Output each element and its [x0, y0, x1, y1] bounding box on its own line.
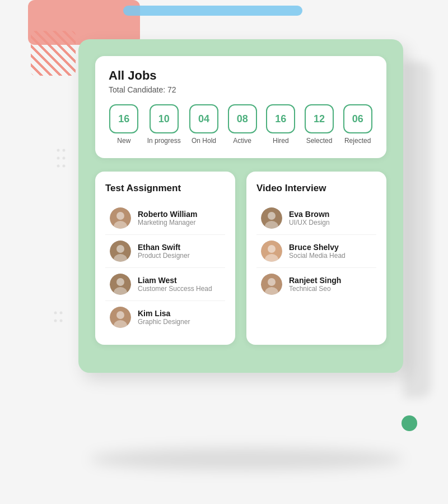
stat-badge-new: 16 [109, 104, 138, 133]
candidate-name-ethan: Ethan Swift [138, 243, 190, 252]
svg-point-9 [60, 320, 63, 322]
svg-point-20 [116, 311, 124, 319]
candidate-info-ranjeet: Ranjeet SinghTechnical Seo [289, 276, 341, 293]
stat-label-selected: Selected [306, 137, 333, 145]
bottom-row: Test Assignment Roberto WilliamMarketing… [95, 172, 386, 345]
shadow-right [403, 62, 431, 398]
avatar-ranjeet [261, 274, 282, 295]
svg-point-14 [116, 245, 124, 253]
candidate-item-liam[interactable]: Liam WestCustomer Success Head [105, 268, 225, 301]
avatar-bruce [261, 241, 282, 262]
avatar-ethan [110, 241, 131, 262]
stat-label-on-hold: On Hold [192, 137, 216, 145]
svg-point-23 [268, 212, 276, 220]
candidate-info-ethan: Ethan SwiftProduct Designer [138, 243, 190, 260]
candidate-role-bruce: Social Media Head [289, 252, 346, 260]
candidate-name-eva: Eva Brown [289, 210, 330, 219]
green-dot-deco [402, 415, 417, 431]
svg-point-8 [54, 320, 57, 322]
dots-deco-1 [56, 146, 66, 182]
candidate-name-bruce: Bruce Shelvy [289, 243, 346, 252]
stat-item-new[interactable]: 16New [109, 104, 139, 145]
candidate-info-eva: Eva BrownUI/UX Design [289, 210, 330, 226]
stat-badge-rejected: 06 [343, 104, 372, 133]
svg-point-5 [63, 165, 66, 168]
candidate-name-roberto: Roberto William [138, 210, 197, 219]
stat-item-rejected[interactable]: 06Rejected [342, 104, 373, 145]
candidate-name-liam: Liam West [138, 276, 212, 285]
deco-stripes [31, 31, 76, 76]
candidate-name-kim: Kim Lisa [138, 309, 190, 318]
svg-point-17 [116, 278, 124, 286]
stat-badge-selected: 12 [305, 104, 334, 133]
avatar-roberto [110, 207, 131, 229]
stat-label-in-progress: In progress [147, 137, 181, 145]
video-interview-panel: Video Interview Eva BrownUI/UX Design Br… [246, 172, 386, 345]
candidate-item-ranjeet[interactable]: Ranjeet SinghTechnical Seo [256, 268, 376, 300]
stat-label-new: New [117, 137, 130, 145]
svg-point-7 [60, 312, 63, 315]
test-assignment-title: Test Assignment [105, 183, 225, 194]
stat-badge-in-progress: 10 [150, 104, 179, 133]
candidate-role-ranjeet: Technical Seo [289, 285, 341, 293]
svg-point-11 [116, 212, 124, 220]
candidate-item-kim[interactable]: Kim LisaGraphic Designer [105, 301, 225, 334]
stat-item-on-hold[interactable]: 04On Hold [189, 104, 220, 145]
avatar-kim [110, 307, 131, 328]
candidate-name-ranjeet: Ranjeet Singh [289, 276, 341, 285]
all-jobs-card: All Jobs Total Candidate: 72 16New10In p… [95, 56, 386, 158]
stat-label-active: Active [233, 137, 251, 145]
candidate-info-liam: Liam WestCustomer Success Head [138, 276, 212, 293]
stat-item-active[interactable]: 08Active [227, 104, 258, 145]
avatar-eva [261, 207, 282, 229]
stat-label-rejected: Rejected [344, 137, 371, 145]
stat-badge-active: 08 [228, 104, 257, 133]
svg-point-4 [57, 165, 60, 168]
video-interview-title: Video Interview [256, 183, 376, 194]
candidate-item-eva[interactable]: Eva BrownUI/UX Design [256, 202, 376, 235]
svg-point-3 [63, 157, 66, 160]
svg-point-2 [57, 157, 60, 160]
candidate-item-ethan[interactable]: Ethan SwiftProduct Designer [105, 235, 225, 268]
avatar-liam [110, 274, 131, 295]
stat-badge-on-hold: 04 [189, 104, 218, 133]
svg-point-26 [268, 245, 276, 253]
stat-item-selected[interactable]: 12Selected [304, 104, 335, 145]
svg-point-6 [54, 312, 57, 315]
svg-point-0 [57, 149, 60, 152]
main-card: All Jobs Total Candidate: 72 16New10In p… [78, 39, 403, 373]
candidate-info-roberto: Roberto WilliamMarketing Manager [138, 210, 197, 226]
candidate-role-roberto: Marketing Manager [138, 219, 197, 226]
stat-badge-hired: 16 [266, 104, 295, 133]
candidate-item-bruce[interactable]: Bruce ShelvySocial Media Head [256, 235, 376, 268]
candidate-role-eva: UI/UX Design [289, 219, 330, 226]
stat-label-hired: Hired [273, 137, 289, 145]
candidate-info-kim: Kim LisaGraphic Designer [138, 309, 190, 326]
stats-row: 16New10In progress04On Hold08Active16Hir… [109, 104, 373, 145]
candidate-role-ethan: Product Designer [138, 252, 190, 260]
stat-item-in-progress[interactable]: 10In progress [147, 104, 181, 145]
candidate-item-roberto[interactable]: Roberto WilliamMarketing Manager [105, 202, 225, 235]
candidate-info-bruce: Bruce ShelvySocial Media Head [289, 243, 346, 260]
deco-blue-bar [123, 6, 302, 16]
svg-point-1 [63, 149, 66, 152]
stat-item-hired[interactable]: 16Hired [265, 104, 296, 145]
test-assignment-panel: Test Assignment Roberto WilliamMarketing… [95, 172, 235, 345]
shadow-bottom [90, 448, 403, 470]
jobs-title: All Jobs [109, 68, 373, 83]
dots-deco-2 [53, 308, 63, 333]
test-assignment-list: Roberto WilliamMarketing Manager Ethan S… [105, 202, 225, 334]
video-interview-list: Eva BrownUI/UX Design Bruce ShelvySocial… [256, 202, 376, 300]
candidate-role-liam: Customer Success Head [138, 285, 212, 293]
candidate-role-kim: Graphic Designer [138, 318, 190, 326]
jobs-subtitle: Total Candidate: 72 [109, 85, 373, 94]
svg-point-29 [268, 278, 276, 286]
